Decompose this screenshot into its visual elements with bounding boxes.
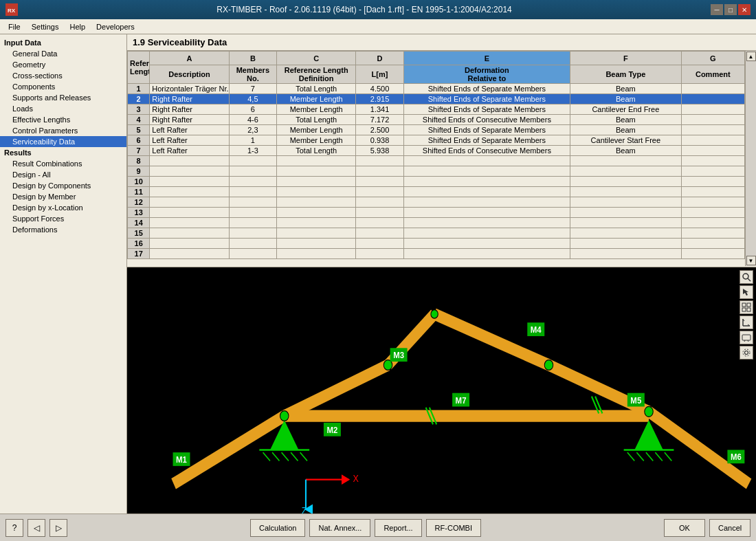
cell-beamtype (570, 197, 682, 208)
table-scroll-area[interactable]: ReferenceLength No. A B C D E F G Descri… (127, 51, 745, 266)
cell-description: Right Rafter (150, 94, 229, 104)
sidebar-item-design-by-member[interactable]: Design by Member (0, 191, 126, 202)
col-l-header: L[m] (356, 65, 403, 84)
table-row[interactable]: 8 (128, 156, 745, 166)
cell-comment (681, 249, 744, 259)
cell-rownum: 14 (128, 218, 150, 228)
cell-definition (276, 249, 355, 259)
cell-deformation (403, 239, 570, 249)
ok-button[interactable]: OK (664, 519, 705, 537)
table-container: ReferenceLength No. A B C D E F G Descri… (127, 51, 756, 267)
menu-developers[interactable]: Developers (91, 21, 140, 32)
vertical-scrollbar[interactable]: ▲ ▼ (745, 51, 756, 266)
cell-members (229, 197, 276, 208)
table-row[interactable]: 9 (128, 166, 745, 177)
scroll-up-button[interactable]: ▲ (746, 52, 756, 61)
cell-comment (681, 156, 744, 166)
cell-definition (276, 228, 355, 239)
cancel-button[interactable]: Cancel (709, 519, 751, 537)
cell-description: Left Rafter (150, 146, 229, 156)
table-row[interactable]: 15 (128, 228, 745, 239)
cell-description (150, 218, 229, 228)
table-row[interactable]: 16 (128, 239, 745, 249)
sidebar-item-general-data[interactable]: General Data (0, 48, 126, 59)
table-body: 1Horizontaler Träger Nr.7Total Length4.5… (128, 84, 745, 259)
cell-l: 5.938 (356, 146, 403, 156)
svg-point-26 (431, 310, 438, 318)
table-row[interactable]: 7Left Rafter1-3Total Length5.938Shifted … (128, 146, 745, 156)
sidebar-item-support-forces[interactable]: Support Forces (0, 213, 126, 224)
cell-definition: Member Length (276, 94, 355, 104)
svg-text:M1: M1 (176, 454, 187, 465)
svg-point-51 (743, 274, 748, 279)
minimize-button[interactable]: ─ (711, 4, 723, 15)
sidebar-item-result-combinations[interactable]: Result Combinations (0, 158, 126, 169)
sidebar-item-control-parameters[interactable]: Control Parameters (0, 125, 126, 136)
sidebar-item-geometry[interactable]: Geometry (0, 59, 126, 70)
cell-l (356, 228, 403, 239)
report-button[interactable]: Report... (375, 519, 421, 537)
cell-beamtype (570, 249, 682, 259)
draw-tool-4[interactable] (740, 316, 753, 329)
menu-help[interactable]: Help (64, 21, 91, 32)
table-row[interactable]: 2Right Rafter4,5Member Length2.915Shifte… (128, 94, 745, 104)
svg-rect-54 (747, 303, 751, 307)
table-row[interactable]: 11 (128, 187, 745, 197)
rf-combi-button[interactable]: RF-COMBI (426, 519, 481, 537)
sidebar: Input Data General Data Geometry Cross-s… (0, 34, 127, 514)
cell-deformation: Shifted Ends of Separate Members (403, 135, 570, 146)
prev-button[interactable]: ◁ (27, 519, 45, 537)
table-row[interactable]: 5Left Rafter2,3Member Length2.500Shifted… (128, 125, 745, 135)
table-row[interactable]: 4Right Rafter4-6Total Length7.172Shifted… (128, 115, 745, 125)
draw-tool-3[interactable] (740, 300, 753, 314)
svg-rect-2 (127, 267, 756, 514)
cell-comment (681, 187, 744, 197)
cell-description: Horizontaler Träger Nr. (150, 84, 229, 94)
cell-definition (276, 177, 355, 187)
app-icon: RX (5, 3, 18, 16)
cell-beamtype: Beam (570, 94, 682, 104)
svg-text:M7: M7 (456, 395, 467, 406)
help-button[interactable]: ? (5, 519, 23, 537)
scroll-down-button[interactable]: ▼ (746, 256, 756, 265)
table-row[interactable]: 12 (128, 197, 745, 208)
menu-file[interactable]: File (3, 21, 26, 32)
cell-comment (681, 218, 744, 228)
sidebar-item-supports-releases[interactable]: Supports and Releases (0, 92, 126, 103)
sidebar-item-serviceability-data[interactable]: Serviceability Data (0, 136, 126, 147)
draw-tool-1[interactable] (740, 270, 753, 284)
calculation-button[interactable]: Calculation (250, 519, 305, 537)
col-beamtype-header: Beam Type (570, 65, 682, 84)
col-members-header: MembersNo. (229, 65, 276, 84)
svg-point-24 (280, 411, 289, 421)
table-row[interactable]: 10 (128, 177, 745, 187)
sidebar-item-deformations[interactable]: Deformations (0, 224, 126, 235)
draw-tool-6[interactable] (740, 346, 753, 360)
table-row[interactable]: 14 (128, 218, 745, 228)
table-row[interactable]: 6Left Rafter1Member Length0.938Shifted E… (128, 135, 745, 146)
nat-annex-button[interactable]: Nat. Annex... (309, 519, 370, 537)
next-button[interactable]: ▷ (49, 519, 67, 537)
sidebar-item-design-all[interactable]: Design - All (0, 169, 126, 180)
cell-beamtype: Beam (570, 84, 682, 94)
svg-point-27 (544, 360, 553, 371)
cell-definition (276, 166, 355, 177)
table-row[interactable]: 1Horizontaler Träger Nr.7Total Length4.5… (128, 84, 745, 94)
sidebar-item-design-by-x-location[interactable]: Design by x-Location (0, 202, 126, 213)
close-button[interactable]: ✕ (738, 4, 751, 15)
cell-l: 0.938 (356, 135, 403, 146)
sidebar-item-components[interactable]: Components (0, 81, 126, 92)
sidebar-item-loads[interactable]: Loads (0, 103, 126, 114)
svg-text:Z: Z (302, 505, 307, 514)
menu-settings[interactable]: Settings (26, 21, 65, 32)
sidebar-item-design-by-components[interactable]: Design by Components (0, 180, 126, 191)
table-row[interactable]: 17 (128, 249, 745, 259)
draw-tool-5[interactable] (740, 331, 753, 344)
sidebar-item-cross-sections[interactable]: Cross-sections (0, 70, 126, 81)
maximize-button[interactable]: □ (724, 4, 737, 15)
table-row[interactable]: 13 (128, 208, 745, 218)
draw-tool-2[interactable] (740, 285, 753, 299)
sidebar-item-effective-lengths[interactable]: Effective Lengths (0, 114, 126, 125)
window-controls[interactable]: ─ □ ✕ (711, 4, 751, 15)
table-row[interactable]: 3Right Rafter6Member Length1.341Shifted … (128, 104, 745, 115)
